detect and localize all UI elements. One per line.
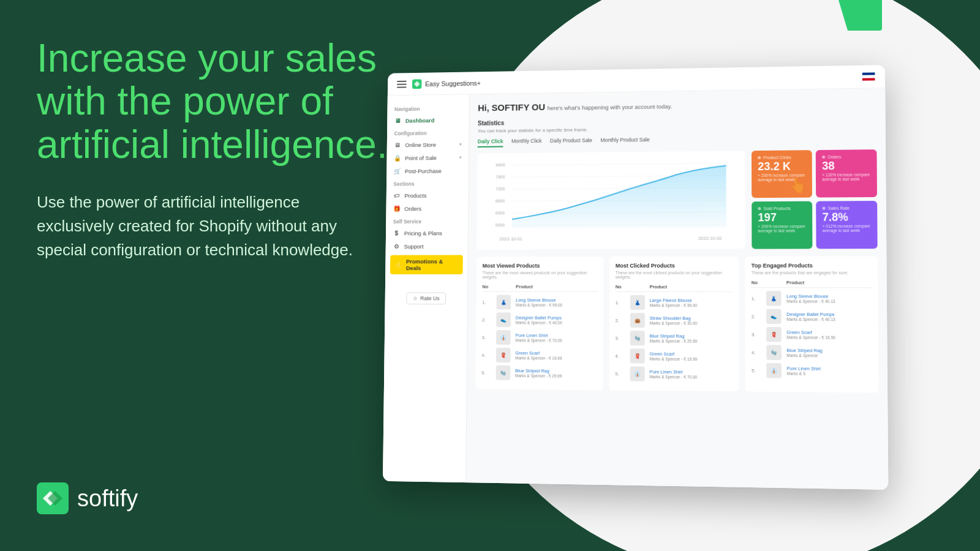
sidebar-item-online-store[interactable]: 🖥 Online Store ▾ bbox=[387, 137, 469, 151]
products-label: Products bbox=[404, 192, 426, 198]
pos-icon: 🔒 bbox=[394, 154, 401, 162]
stats-section: Statistics You can track your statistic … bbox=[475, 115, 878, 393]
stat-card-orders: Orders 38 + 120% increase compare averag… bbox=[816, 149, 877, 197]
table-row: 4. 🧣 Green Scarf Marks & Spencer - € 19.… bbox=[481, 348, 597, 363]
tab-daily-click[interactable]: Daily Click bbox=[478, 138, 503, 148]
rate-us-label: Rate Us bbox=[420, 295, 440, 301]
promotions-icon: ⭐ bbox=[395, 261, 402, 268]
product-name: Long Sleeve Blouse bbox=[786, 293, 872, 299]
svg-text:6600: 6600 bbox=[496, 199, 505, 203]
col-product: Product bbox=[516, 284, 597, 290]
sidebar-item-point-of-sale[interactable]: 🔒 Point of Sale ▾ bbox=[386, 151, 469, 165]
table-row: 5. 🧤 Blue Striped Rag Marks & Spencer - … bbox=[481, 365, 597, 381]
stat-card-product-clicks: Product Clicks 23.2 K + 200% increase co… bbox=[752, 150, 812, 198]
chart-area: 8400 7800 7200 6600 6000 5400 bbox=[477, 151, 745, 249]
star-icon: ☆ bbox=[413, 295, 418, 301]
product-image: 👗 bbox=[766, 291, 782, 305]
online-store-icon: 🖥 bbox=[394, 141, 401, 149]
sidebar-item-orders[interactable]: 🎁 Orders bbox=[386, 201, 468, 215]
bottom-tables: Most Viewed Products These are the most … bbox=[475, 256, 878, 392]
product-name: Straw Shoulder Bag bbox=[650, 315, 733, 321]
product-brand: Marks & Spencer - € 19.99 bbox=[515, 356, 597, 361]
most-viewed-table: Most Viewed Products These are the most … bbox=[475, 257, 603, 390]
hamburger-icon[interactable] bbox=[397, 80, 406, 88]
main-content: Hi, SOFTIFY OU here's what's happening w… bbox=[466, 88, 888, 490]
orders-card-label: Orders bbox=[827, 155, 841, 159]
table-row: 1. 👗 Large Fleece Blouse Marks & Spencer… bbox=[616, 295, 733, 310]
dashboard-label: Dashboard bbox=[405, 117, 435, 124]
sales-rate-label: Sales Rate bbox=[828, 206, 850, 210]
col-no: No bbox=[616, 284, 628, 290]
product-brand: Marks & Spencer - € 40.13 bbox=[786, 317, 872, 322]
most-clicked-header: No Product bbox=[616, 284, 733, 292]
chart-and-stats: 8400 7800 7200 6600 6000 5400 bbox=[477, 149, 877, 250]
product-image: 👗 bbox=[497, 295, 511, 310]
tab-monthly-product-sale[interactable]: Monthly Product Sale bbox=[600, 137, 649, 146]
tab-monthly-click[interactable]: Monthly Click bbox=[511, 138, 541, 147]
product-clicks-value: 23.2 K bbox=[758, 160, 805, 172]
product-brand: Marks & Spencer - € 99.00 bbox=[516, 303, 597, 307]
product-image: 🧣 bbox=[496, 348, 511, 362]
chart-x-end: 2022-10-02 bbox=[698, 236, 722, 241]
most-clicked-title: Most Clicked Products bbox=[616, 263, 733, 269]
product-brand: Marks & Spencer - € 70.00 bbox=[649, 375, 733, 380]
table-row: 5. 👔 Pure Linen Shirt Marks & Spencer - … bbox=[615, 366, 733, 382]
orders-label: Orders bbox=[404, 205, 421, 212]
sidebar: Navigation 🖥 Dashboard Configuration 🖥 O… bbox=[383, 94, 470, 482]
product-image: 👟 bbox=[766, 309, 782, 324]
sidebar-item-post-purchase[interactable]: 🛒 Post-Purchase bbox=[386, 163, 469, 178]
support-label: Support bbox=[404, 243, 423, 250]
sidebar-item-promotions[interactable]: ⭐ Promotions & Deals bbox=[390, 255, 463, 275]
product-brand: Marks & Spencer - € 25.99 bbox=[649, 339, 733, 343]
sales-rate-value: 7.8% bbox=[823, 211, 871, 223]
support-icon: ⚙ bbox=[393, 242, 400, 250]
product-image: 👔 bbox=[767, 363, 782, 378]
app-logo-icon bbox=[412, 79, 421, 89]
top-engaged-header: No Product bbox=[752, 280, 872, 288]
col-no: No bbox=[752, 280, 764, 285]
most-viewed-desc: These are the most viewed products on yo… bbox=[483, 271, 597, 279]
product-brand: Marks & Spencer - € 19.50 bbox=[786, 335, 872, 340]
arrow-icon2: ▾ bbox=[459, 154, 462, 160]
stat-card-sales-rate: Sales Rate 7.8% + 012% increase compare … bbox=[816, 201, 877, 249]
col-no: No bbox=[482, 284, 494, 290]
sidebar-item-pricing[interactable]: $ Pricing & Plans bbox=[386, 226, 468, 239]
product-clicks-label: Product Clicks bbox=[763, 156, 791, 160]
sold-products-value: 197 bbox=[758, 212, 806, 223]
logo-area: softify bbox=[37, 482, 138, 514]
table-row: 3. 🧤 Blue Striped Rag Marks & Spencer - … bbox=[615, 331, 733, 346]
orders-icon: 🎁 bbox=[393, 205, 401, 212]
table-row: 3. 👔 Pure Linen Shirt Marks & Spencer - … bbox=[482, 330, 597, 345]
sales-rate-change: + 012% increase compare average to last … bbox=[823, 224, 871, 233]
product-brand: Marks & Spencer - € 30.00 bbox=[649, 321, 733, 326]
product-image: 🧤 bbox=[767, 345, 782, 360]
sidebar-item-products[interactable]: 🏷 Products bbox=[386, 189, 469, 202]
product-brand: Marks & Spencer - € 29.99 bbox=[515, 373, 597, 378]
product-image: 👟 bbox=[496, 312, 511, 327]
product-brand: Marks & S bbox=[787, 371, 872, 376]
product-brand: Marks & Spencer - € 40.13 bbox=[786, 299, 872, 303]
tab-daily-product-sale[interactable]: Daily Product Sale bbox=[550, 137, 592, 147]
sidebar-item-support[interactable]: ⚙ Support bbox=[386, 239, 468, 253]
top-engaged-desc: These are the products that are engaged … bbox=[752, 271, 872, 275]
logo-text: softify bbox=[77, 485, 138, 512]
table-row: 2. 👜 Straw Shoulder Bag Marks & Spencer … bbox=[615, 313, 733, 328]
greeting-normal: here's what's happening with your accoun… bbox=[548, 103, 673, 111]
rate-us-button[interactable]: ☆ Rate Us bbox=[406, 292, 446, 304]
svg-text:5400: 5400 bbox=[496, 223, 505, 227]
product-image: 👗 bbox=[630, 295, 645, 310]
headline: Increase your sales with the power of ar… bbox=[37, 37, 392, 166]
online-store-label: Online Store bbox=[405, 141, 436, 148]
table-row: 3. 🧣 Green Scarf Marks & Spencer - € 19.… bbox=[752, 327, 872, 342]
product-name: Long Sleeve Blouse bbox=[516, 298, 597, 303]
product-name: Designer Ballet Pumps bbox=[786, 312, 872, 318]
dashboard-icon: 🖥 bbox=[394, 117, 402, 124]
product-image: 🧣 bbox=[630, 348, 644, 363]
table-row: 2. 👟 Designer Ballet Pumps Marks & Spenc… bbox=[482, 312, 597, 328]
self-service-label: Self Service bbox=[386, 215, 468, 227]
most-viewed-title: Most Viewed Products bbox=[483, 263, 597, 269]
flag-icon bbox=[862, 72, 875, 80]
most-clicked-desc: These are the most clicked products on y… bbox=[616, 271, 733, 279]
sidebar-item-dashboard[interactable]: 🖥 Dashboard bbox=[387, 113, 469, 127]
orders-value: 38 bbox=[822, 160, 870, 171]
